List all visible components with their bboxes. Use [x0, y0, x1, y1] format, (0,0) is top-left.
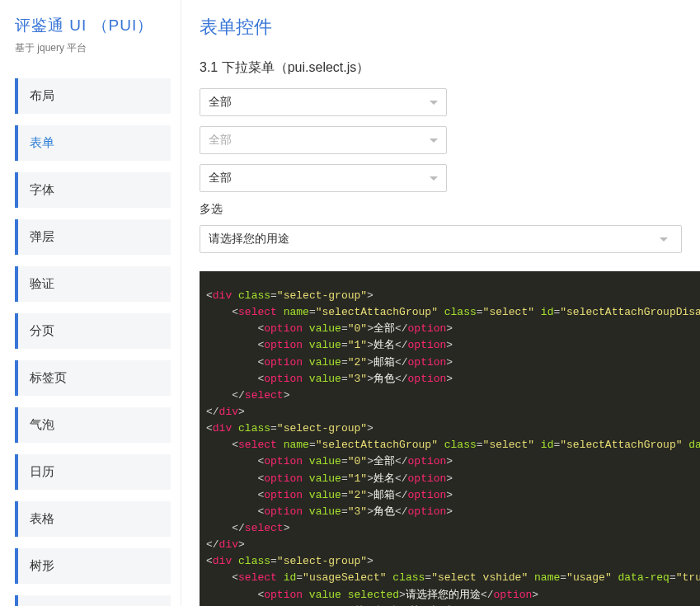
code-sample: <div class="select-group"> <select name=… [200, 271, 700, 606]
select-1[interactable]: 全部 [200, 88, 447, 116]
select-1-value: 全部 [209, 95, 232, 110]
page-title: 表单控件 [200, 15, 700, 40]
multiselect-placeholder: 请选择您的用途 [209, 232, 289, 247]
nav-item-table[interactable]: 表格 [15, 501, 171, 537]
chevron-down-icon [430, 139, 438, 143]
nav-item-validate[interactable]: 验证 [15, 266, 171, 302]
select-3[interactable]: 全部 [200, 164, 447, 192]
section-title: 3.1 下拉菜单（pui.select.js） [200, 59, 700, 77]
select-3-value: 全部 [209, 171, 232, 186]
chevron-down-icon [430, 101, 438, 105]
nav-item-form[interactable]: 表单 [15, 125, 171, 161]
nav-item-layout[interactable]: 布局 [15, 78, 171, 114]
select-2-placeholder: 全部 [209, 133, 232, 148]
select-2-disabled: 全部 [200, 126, 447, 154]
nav-item-tabs[interactable]: 标签页 [15, 360, 171, 396]
nav-item-bubble[interactable]: 气泡 [15, 407, 171, 443]
multiselect-usage[interactable]: 请选择您的用途 [200, 225, 682, 253]
brand-subtitle: 基于 jquery 平台 [15, 41, 171, 55]
nav-item-calendar[interactable]: 日历 [15, 454, 171, 490]
chevron-down-icon [430, 176, 438, 181]
nav-item-tree[interactable]: 树形 [15, 548, 171, 584]
nav-item-css[interactable]: CSS [15, 595, 171, 606]
multiselect-label: 多选 [200, 202, 700, 217]
nav-item-font[interactable]: 字体 [15, 172, 171, 208]
chevron-down-icon [660, 237, 668, 242]
nav-item-pager[interactable]: 分页 [15, 313, 171, 349]
sidebar: 评鉴通 UI （PUI） 基于 jquery 平台 布局 表单 字体 弹层 验证… [0, 0, 181, 606]
main-content: 表单控件 3.1 下拉菜单（pui.select.js） 全部 全部 全部 多选… [181, 0, 700, 606]
nav-item-layer[interactable]: 弹层 [15, 219, 171, 255]
brand-title: 评鉴通 UI （PUI） [15, 15, 171, 36]
